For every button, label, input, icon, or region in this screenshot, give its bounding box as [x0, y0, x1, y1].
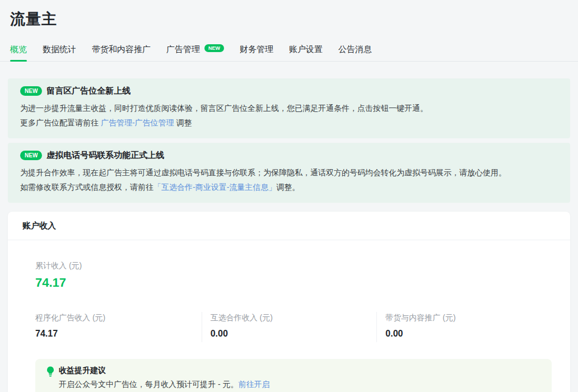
- income-stats-row: 程序化广告收入 (元) 74.17 互选合作收入 (元) 0.00 带货与内容推…: [35, 312, 552, 342]
- stat-label: 带货与内容推广 (元): [385, 313, 552, 323]
- tab-announcements[interactable]: 公告消息: [338, 43, 372, 61]
- tab-label: 账户设置: [289, 44, 323, 55]
- banner-line1: 为进一步提升流量主收益，同时打造优质阅读体验，留言区广告位全新上线，您已满足开通…: [20, 101, 558, 115]
- stat-label: 程序化广告收入 (元): [35, 313, 202, 323]
- income-suggestion-box: 收益提升建议 开启公众号文中广告位，每月收入预计可提升 - 元。前往开启: [35, 359, 552, 392]
- tab-label: 数据统计: [43, 44, 76, 55]
- lightbulb-icon: [46, 366, 54, 379]
- stat-label: 互选合作收入 (元): [211, 313, 377, 323]
- tab-label: 财务管理: [240, 44, 273, 55]
- stat-value: 0.00: [385, 329, 552, 339]
- total-income-label: 累计收入 (元): [35, 261, 552, 271]
- banner-title: 虚拟电话号码联系功能正式上线: [46, 150, 164, 161]
- banner-title: 留言区广告位全新上线: [46, 86, 130, 96]
- tab-label: 广告管理: [166, 44, 200, 55]
- banner-line2: 如需修改联系方式或信息授权，请前往「互选合作-商业设置-流量主信息」调整。: [20, 180, 558, 194]
- open-ad-slot-link[interactable]: 前往开启: [238, 380, 269, 389]
- ad-slot-management-link[interactable]: 广告管理-广告位管理: [101, 118, 174, 127]
- stat-mutual-selection-income: 互选合作收入 (元) 0.00: [202, 312, 377, 342]
- stat-value: 0.00: [211, 329, 377, 339]
- stat-programmatic-ad-income: 程序化广告收入 (元) 74.17: [35, 312, 202, 342]
- tab-data-statistics[interactable]: 数据统计: [43, 43, 76, 61]
- notice-banner-virtual-phone: NEW 虚拟电话号码联系功能正式上线 为提升合作效率，现在起广告主将可通过虚拟电…: [8, 143, 570, 203]
- notice-banner-comment-ad: NEW 留言区广告位全新上线 为进一步提升流量主收益，同时打造优质阅读体验，留言…: [8, 78, 570, 138]
- card-body: 累计收入 (元) 74.17 程序化广告收入 (元) 74.17 互选合作收入 …: [8, 261, 570, 392]
- banner-body: 为进一步提升流量主收益，同时打造优质阅读体验，留言区广告位全新上线，您已满足开通…: [20, 101, 558, 130]
- stat-goods-content-promotion: 带货与内容推广 (元) 0.00: [376, 312, 552, 342]
- total-income: 累计收入 (元) 74.17: [35, 261, 552, 290]
- suggestion-title: 收益提升建议: [59, 366, 269, 376]
- tab-label: 概览: [10, 44, 27, 55]
- new-badge: NEW: [204, 44, 224, 52]
- tab-ad-management[interactable]: 广告管理 NEW: [166, 43, 224, 61]
- suggestion-text: 开启公众号文中广告位，每月收入预计可提升 - 元。前往开启: [59, 380, 269, 390]
- new-badge: NEW: [20, 86, 42, 96]
- new-badge: NEW: [20, 151, 42, 160]
- card-title: 账户收入: [8, 212, 570, 240]
- tab-finance-management[interactable]: 财务管理: [240, 43, 273, 61]
- tab-overview[interactable]: 概览: [10, 43, 27, 61]
- tab-account-settings[interactable]: 账户设置: [289, 43, 323, 61]
- tab-label: 带货和内容推广: [92, 44, 151, 55]
- banner-line2: 更多广告位配置请前往 广告管理-广告位管理 调整: [20, 115, 558, 130]
- stat-value: 74.17: [35, 329, 202, 339]
- suggestion-content: 收益提升建议 开启公众号文中广告位，每月收入预计可提升 - 元。前往开启: [59, 366, 269, 390]
- banner-body: 为提升合作效率，现在起广告主将可通过虚拟电话号码直接与你联系；为保障隐私，通话双…: [20, 165, 558, 194]
- tab-label: 公告消息: [338, 44, 372, 55]
- total-income-value: 74.17: [35, 276, 552, 290]
- banner-line1: 为提升合作效率，现在起广告主将可通过虚拟电话号码直接与你联系；为保障隐私，通话双…: [20, 165, 558, 180]
- account-income-card: 账户收入 累计收入 (元) 74.17 程序化广告收入 (元) 74.17 互选…: [8, 212, 570, 392]
- tab-bar: 概览 数据统计 带货和内容推广 广告管理 NEW 财务管理 账户设置 公告消息: [0, 43, 578, 62]
- tab-goods-content-promotion[interactable]: 带货和内容推广: [92, 43, 151, 61]
- banner-header: NEW 留言区广告位全新上线: [20, 86, 558, 96]
- traffic-owner-info-link[interactable]: 「互选合作-商业设置-流量主信息」: [153, 183, 276, 192]
- page-title: 流量主: [0, 0, 578, 29]
- banner-header: NEW 虚拟电话号码联系功能正式上线: [20, 150, 558, 161]
